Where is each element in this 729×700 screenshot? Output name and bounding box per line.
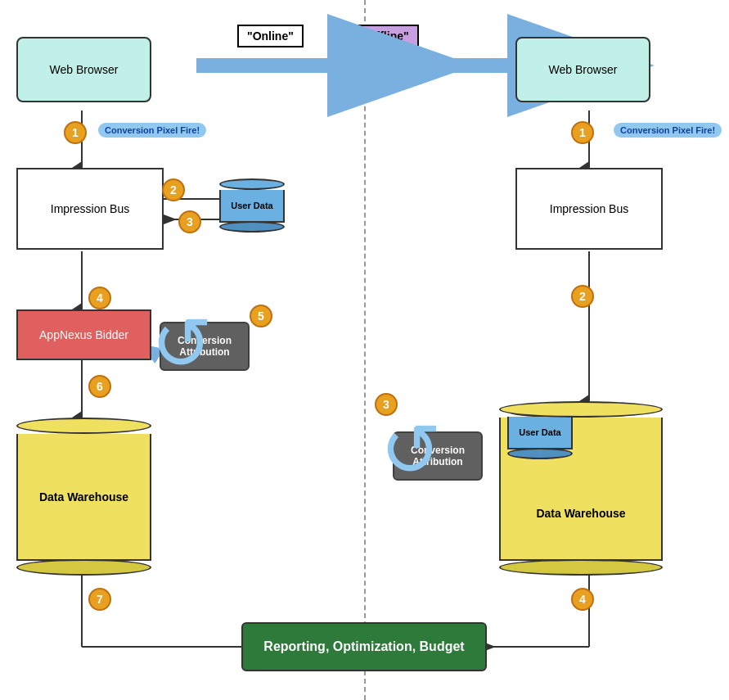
online-label: "Online": [237, 25, 304, 47]
right-step-4: 4: [571, 588, 594, 611]
left-dw-top: [16, 418, 151, 434]
left-step-6: 6: [88, 375, 111, 398]
right-step-2: 2: [571, 285, 594, 308]
right-user-data-bottom: [507, 448, 573, 459]
left-user-data: User Data: [219, 178, 285, 233]
left-step-2: 2: [162, 178, 185, 201]
left-user-data-bottom: [219, 221, 285, 233]
center-divider: [364, 0, 366, 700]
left-dw-body: Data Warehouse: [16, 434, 151, 561]
reporting-box: Reporting, Optimization, Budget: [241, 622, 487, 671]
left-conv-pixel: Conversion Pixel Fire!: [98, 123, 206, 138]
right-web-browser: Web Browser: [515, 37, 650, 102]
left-web-browser: Web Browser: [16, 37, 151, 102]
offline-label: "Offline": [352, 25, 419, 47]
right-step-3: 3: [375, 393, 398, 416]
right-conv-pixel: Conversion Pixel Fire!: [614, 123, 722, 138]
left-step-1: 1: [64, 121, 87, 144]
left-data-warehouse: Data Warehouse: [16, 418, 151, 576]
right-user-data-body: User Data: [507, 417, 573, 449]
left-appnexus-bidder: AppNexus Bidder: [16, 309, 151, 360]
left-user-data-top: [219, 178, 285, 190]
right-step-1: 1: [571, 121, 594, 144]
left-circular-arrows: ↻: [151, 307, 213, 381]
left-step-4: 4: [88, 287, 111, 309]
right-dw-bottom: [499, 559, 663, 576]
left-user-data-body: User Data: [219, 190, 285, 223]
right-impression-bus: Impression Bus: [515, 168, 663, 250]
left-step-7: 7: [88, 588, 111, 611]
right-dw-top: [499, 401, 663, 418]
left-impression-bus: Impression Bus: [16, 168, 164, 250]
left-dw-bottom: [16, 559, 151, 576]
right-circular-arrows: ↻: [380, 413, 442, 487]
left-step-3: 3: [178, 210, 201, 233]
left-step-5: 5: [250, 305, 272, 327]
diagram-container: "Online" "Offline": [0, 0, 729, 700]
